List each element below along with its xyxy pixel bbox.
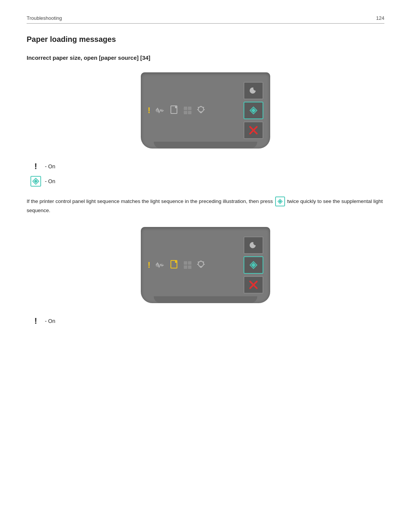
printer-panel-2-wrapper: ! <box>27 227 384 303</box>
bulb-icon-1 <box>197 105 205 115</box>
header-section: Troubleshooting <box>27 15 62 21</box>
bulb-icon-2 <box>197 260 205 270</box>
svg-rect-27 <box>188 261 191 265</box>
legend-2-exclaim: ! - On <box>30 317 384 325</box>
subsection-title: Incorrect paper size, open [paper source… <box>27 54 384 61</box>
legend-diamond-icon-1 <box>30 176 41 187</box>
exclamation-icon-2: ! <box>148 260 150 270</box>
svg-line-33 <box>203 262 204 262</box>
legend-2: ! - On <box>27 317 384 325</box>
grid-icon-1 <box>183 106 192 115</box>
pulse-icon-1 <box>155 107 166 114</box>
svg-rect-5 <box>184 111 187 114</box>
legend-exclaim-icon-2: ! <box>30 317 41 325</box>
legend-diamond-label-1: - On <box>45 178 55 184</box>
pulse-icon-2 <box>155 261 166 269</box>
svg-line-11 <box>198 107 199 108</box>
svg-rect-29 <box>188 265 191 269</box>
svg-point-9 <box>198 107 204 112</box>
page-icon-2-highlighted <box>170 260 178 270</box>
description-paragraph: If the printer control panel light seque… <box>27 197 384 215</box>
page-icon-1 <box>170 105 178 115</box>
page-container: Troubleshooting 124 Paper loading messag… <box>0 0 411 358</box>
legend-exclaim-label-2: - On <box>45 318 55 324</box>
description-text: If the printer control panel light seque… <box>27 198 273 204</box>
svg-rect-3 <box>184 107 187 110</box>
header-page-number: 124 <box>376 15 384 21</box>
legend-1-exclaim: ! - On <box>30 162 384 171</box>
sleep-button-1[interactable] <box>244 82 263 99</box>
svg-rect-28 <box>184 265 187 269</box>
cancel-button-2[interactable] <box>244 276 263 294</box>
printer-panel-1: ! <box>141 72 270 149</box>
svg-line-32 <box>198 262 199 262</box>
svg-point-30 <box>198 261 204 267</box>
inline-go-button <box>275 197 285 206</box>
go-button-2[interactable] <box>244 256 263 274</box>
exclamation-icon-1: ! <box>148 105 150 115</box>
header-bar: Troubleshooting 124 <box>27 15 384 24</box>
legend-1-diamond: - On <box>30 176 384 187</box>
section-title: Paper loading messages <box>27 35 384 44</box>
legend-exclaim-icon-1: ! <box>30 162 41 171</box>
grid-icon-2 <box>183 260 192 270</box>
svg-line-12 <box>203 107 204 108</box>
legend-1: ! - On - On <box>27 162 384 187</box>
printer-panel-1-wrapper: ! <box>27 72 384 149</box>
go-button-1[interactable] <box>244 102 263 119</box>
printer-panel-2: ! <box>141 227 270 303</box>
panel-2-icons-row: ! <box>148 260 240 270</box>
panel-1-buttons <box>244 82 263 139</box>
sleep-button-2[interactable] <box>244 236 263 254</box>
panel-1-icons-row: ! <box>148 105 240 115</box>
panel-2-buttons <box>244 236 263 294</box>
svg-rect-26 <box>184 261 187 265</box>
legend-exclaim-label-1: - On <box>45 163 55 169</box>
svg-rect-4 <box>188 107 191 110</box>
svg-rect-6 <box>188 111 191 114</box>
cancel-button-1[interactable] <box>244 121 263 139</box>
